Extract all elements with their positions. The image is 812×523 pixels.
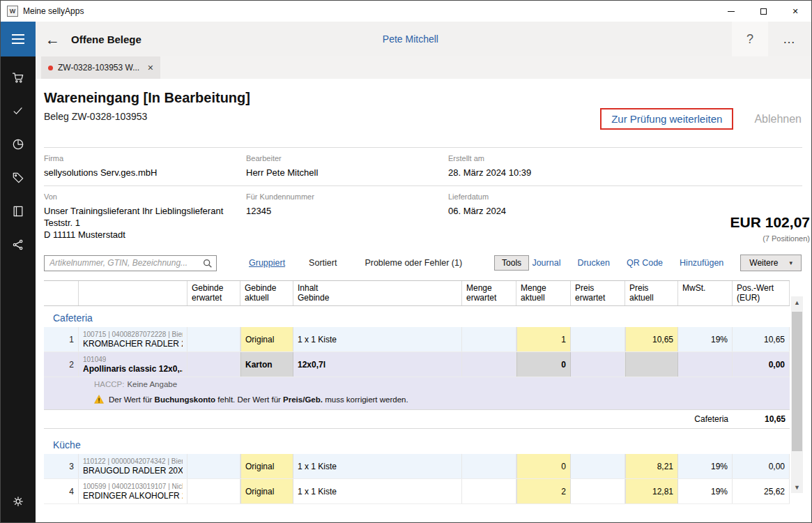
field-value: 28. März 2024 10:39 bbox=[448, 167, 802, 179]
table-row[interactable]: 4 100599 | 04002103019107 | Nich... ERDI… bbox=[44, 479, 790, 504]
header-cell bbox=[44, 281, 79, 305]
cell-gebinde-erwartet bbox=[187, 479, 240, 503]
header-cell: Pos.-Wert (EUR) bbox=[733, 281, 790, 305]
warning-icon bbox=[94, 395, 104, 404]
app-header: ← Offene Belege Pete Mitchell ? … bbox=[1, 22, 811, 56]
header-cell: Inhalt Gebinde bbox=[293, 281, 462, 305]
warning-subrow: Der Wert für Buchungskonto fehlt. Der We… bbox=[44, 391, 790, 409]
field-von: Von Unser Trainingslieferant Ihr Lieblin… bbox=[44, 192, 246, 247]
more-options-button[interactable]: … bbox=[768, 22, 811, 56]
cell-mwst bbox=[678, 352, 733, 377]
positions-toolbar: Gruppiert Sortiert Probleme oder Fehler … bbox=[44, 254, 802, 272]
tools-button[interactable]: Tools bbox=[494, 255, 529, 271]
sidebar-item-journal[interactable] bbox=[1, 195, 36, 228]
hamburger-menu-button[interactable] bbox=[1, 22, 36, 56]
group-subtotal-row: Cafeteria 10,65 bbox=[44, 409, 790, 429]
header-cell bbox=[79, 281, 187, 305]
document-header: Wareneingang [In Bearbeitung] Beleg ZW-0… bbox=[36, 90, 811, 147]
field-label: Von bbox=[44, 192, 246, 201]
field-firma: Firma sellysolutions Serv.ges.mbH bbox=[44, 154, 246, 179]
app-logo-icon: W bbox=[7, 6, 18, 17]
cell-menge-aktuell[interactable]: 0 bbox=[516, 352, 571, 377]
header-cell: Gebinde erwartet bbox=[187, 281, 240, 305]
maximize-button[interactable] bbox=[747, 1, 779, 22]
table-row-selected[interactable]: 2 101049 Apollinaris classic 12x0,... Ka… bbox=[44, 352, 790, 377]
add-link[interactable]: Hinzufügen bbox=[680, 258, 723, 268]
tab-beleg[interactable]: ZW-0328-103953 W... ✕ bbox=[41, 56, 160, 79]
scroll-down-arrow[interactable]: ▼ bbox=[791, 481, 803, 493]
cell-pos-wert: 25,62 bbox=[733, 479, 790, 503]
cell-gebinde-aktuell[interactable]: Original bbox=[240, 454, 293, 478]
share-icon bbox=[11, 238, 25, 252]
app-window: W Meine sellyApps ✕ ← Offene Belege Pete… bbox=[0, 0, 812, 523]
cell-preis-aktuell[interactable]: 12,81 bbox=[625, 479, 678, 503]
cell-pos-wert: 0,00 bbox=[733, 454, 790, 478]
article-name: KROMBACHER RADLER 2... bbox=[83, 339, 183, 349]
sidebar-item-settings[interactable] bbox=[1, 485, 36, 518]
qr-code-link[interactable]: QR Code bbox=[627, 258, 663, 268]
sorted-toggle[interactable]: Sortiert bbox=[309, 258, 337, 268]
search-input[interactable] bbox=[45, 256, 216, 271]
cell-gebinde-aktuell[interactable]: Original bbox=[240, 327, 293, 351]
sidebar-item-reports[interactable] bbox=[1, 128, 36, 161]
print-link[interactable]: Drucken bbox=[577, 258, 610, 268]
sidebar-item-tasks[interactable] bbox=[1, 94, 36, 128]
titlebar: W Meine sellyApps ✕ bbox=[1, 1, 811, 22]
subtotal-label: Cafeteria bbox=[678, 410, 733, 428]
field-label: Lieferdatum bbox=[448, 192, 802, 201]
positions-table: Gebinde erwartet Gebinde aktuell Inhalt … bbox=[44, 280, 790, 504]
tab-close-icon[interactable]: ✕ bbox=[147, 63, 153, 73]
problems-filter[interactable]: Probleme oder Fehler (1) bbox=[365, 258, 462, 268]
header-cell: Menge aktuell bbox=[516, 281, 571, 305]
group-header-kueche[interactable]: Küche bbox=[44, 433, 790, 454]
help-button[interactable]: ? bbox=[732, 22, 768, 56]
sidebar-item-prices[interactable] bbox=[1, 161, 36, 195]
journal-link[interactable]: Journal bbox=[532, 258, 560, 268]
cell-menge-erwartet bbox=[462, 479, 516, 503]
table-header-row: Gebinde erwartet Gebinde aktuell Inhalt … bbox=[44, 281, 790, 306]
cell-preis-aktuell[interactable] bbox=[625, 352, 678, 377]
table-row[interactable]: 1 100715 | 04008287072228 | Bier... KROM… bbox=[44, 327, 790, 352]
field-label: Firma bbox=[44, 154, 246, 162]
info-row-2: Von Unser Trainingslieferant Ihr Lieblin… bbox=[36, 186, 811, 254]
sidebar-item-share[interactable] bbox=[1, 228, 36, 262]
cell-article: 100599 | 04002103019107 | Nich... ERDING… bbox=[79, 479, 187, 503]
window-controls: ✕ bbox=[715, 1, 811, 22]
reject-button[interactable]: Ablehnen bbox=[754, 113, 802, 126]
sidebar-item-cart[interactable] bbox=[1, 61, 36, 94]
field-label: Erstellt am bbox=[448, 154, 802, 162]
field-value: Herr Pete Mitchell bbox=[246, 167, 448, 179]
sidebar bbox=[1, 56, 36, 522]
cell-preis-aktuell[interactable]: 10,65 bbox=[625, 327, 678, 351]
cell-menge-aktuell[interactable]: 1 bbox=[516, 327, 571, 351]
more-actions-dropdown[interactable]: Weitere ▾ bbox=[740, 255, 802, 271]
modified-dot-icon bbox=[48, 66, 53, 70]
cell-inhalt-gebinde: 1 x 1 Kiste bbox=[293, 327, 462, 351]
checkmark-icon bbox=[11, 104, 25, 118]
scroll-up-arrow[interactable]: ▲ bbox=[791, 296, 803, 308]
cell-gebinde-aktuell[interactable]: Karton bbox=[240, 352, 293, 377]
forward-for-review-button[interactable]: Zur Prüfung weiterleiten bbox=[600, 108, 733, 130]
user-name-link[interactable]: Pete Mitchell bbox=[383, 33, 438, 45]
page-title: Offene Belege bbox=[71, 33, 141, 45]
minimize-button[interactable] bbox=[715, 1, 747, 22]
cell-preis-erwartet bbox=[571, 454, 625, 478]
cell-menge-aktuell[interactable]: 2 bbox=[516, 479, 571, 503]
article-code: 110122 | 00000042074342 | Bier... bbox=[83, 457, 183, 465]
pie-chart-icon bbox=[11, 137, 25, 151]
table-scrollbar[interactable]: ▲ ▼ bbox=[791, 296, 803, 493]
close-button[interactable]: ✕ bbox=[779, 1, 811, 22]
scrollbar-thumb[interactable] bbox=[792, 312, 802, 451]
cell-mwst: 19% bbox=[678, 454, 733, 478]
back-button[interactable]: ← bbox=[45, 32, 60, 47]
cell-menge-aktuell[interactable]: 0 bbox=[516, 454, 571, 478]
cell-preis-aktuell[interactable]: 8,21 bbox=[625, 454, 678, 478]
grouped-toggle[interactable]: Gruppiert bbox=[249, 258, 285, 268]
document-title: Wareneingang [In Bearbeitung] bbox=[44, 90, 811, 106]
cell-gebinde-aktuell[interactable]: Original bbox=[240, 479, 293, 503]
header-cell: Preis erwartet bbox=[571, 281, 625, 305]
document-total: EUR 102,07 (7 Positionen) bbox=[730, 214, 810, 243]
group-header-cafeteria[interactable]: Cafeteria bbox=[44, 306, 790, 327]
table-row[interactable]: 3 110122 | 00000042074342 | Bier... BRAU… bbox=[44, 454, 790, 479]
cell-preis-erwartet bbox=[571, 479, 625, 503]
